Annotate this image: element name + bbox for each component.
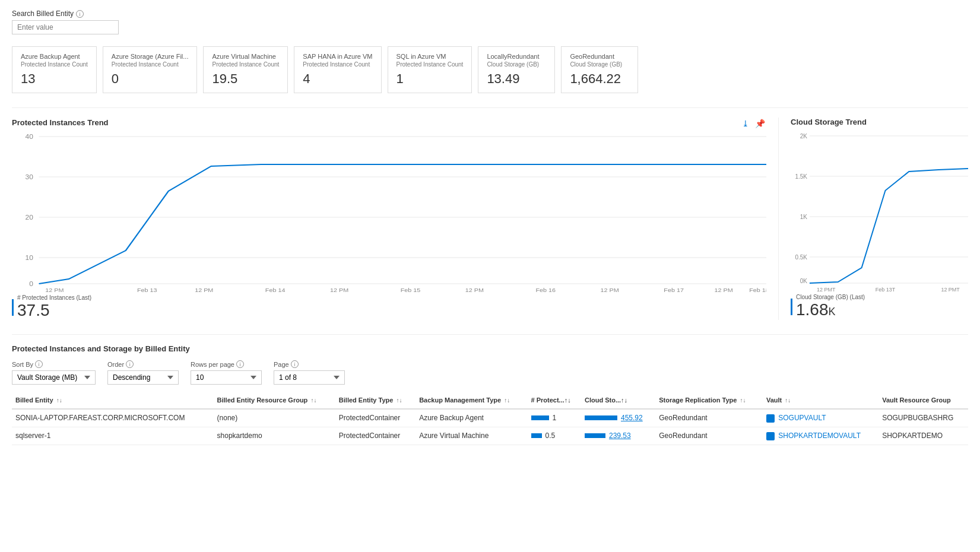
vault-icon (766, 432, 775, 440)
order-label: Order i (107, 360, 179, 368)
charts-section: Protected Instances Trend ⤓ 📌 40 30 20 1… (12, 107, 968, 320)
metric-card-3: SAP HANA in Azure VM Protected Instance … (294, 46, 381, 93)
metric-card-6: GeoRedundant Cloud Storage (GB) 1,664.22 (561, 46, 638, 93)
cloud-legend-value: 1.68K (796, 300, 865, 319)
data-table: Billed Entity ↑↓ Billed Entity Resource … (12, 392, 968, 445)
cell-vault-rg: SOGUPBUGBASHRG (878, 409, 968, 427)
col-storage-rep: Storage Replication Type ↑↓ (655, 392, 763, 409)
rows-info-icon: i (236, 360, 244, 368)
vault-link[interactable]: SOGUPVAULT (778, 414, 826, 422)
cell-protect-count: 0.5 (528, 427, 581, 445)
search-label-text: Search Billed Entity (12, 9, 74, 18)
card-subtitle-0: Protected Instance Count (21, 61, 88, 68)
rows-per-page-select[interactable]: 102550 (191, 370, 262, 385)
vault-icon (766, 414, 775, 423)
col-protect-count: # Protect...↑↓ (528, 392, 581, 409)
svg-text:12 PM: 12 PM (601, 287, 619, 292)
rows-per-page-control: Rows per page i 102550 (191, 360, 262, 385)
pin-icon-btn[interactable]: 📌 (754, 118, 766, 129)
table-header-row: Billed Entity ↑↓ Billed Entity Resource … (12, 392, 968, 409)
chart-controls: ⤓ 📌 (741, 118, 766, 129)
col-vault-rg: Vault Resource Group (878, 392, 968, 409)
search-info-icon: i (76, 10, 84, 18)
page-label: Page i (274, 360, 345, 368)
vault-link[interactable]: SHOPKARTDEMOVAULT (778, 432, 861, 440)
cell-backup-mgmt: Azure Backup Agent (416, 409, 527, 427)
cell-vault: SHOPKARTDEMOVAULT (763, 427, 878, 445)
metric-card-5: LocallyRedundant Cloud Storage (GB) 13.4… (478, 46, 555, 93)
cloud-storage-svg: 2K 1.5K 1K 0.5K 0K 12 PMT Feb 13T (791, 131, 968, 291)
metric-card-2: Azure Virtual Machine Protected Instance… (203, 46, 288, 93)
order-info-icon: i (126, 360, 134, 368)
col-billed-entity: Billed Entity ↑↓ (12, 392, 214, 409)
svg-text:12 PM: 12 PM (714, 287, 732, 292)
search-input[interactable] (12, 20, 119, 34)
cell-storage-rep: GeoRedundant (655, 427, 763, 445)
cell-entity-type: ProtectedContainer (335, 427, 416, 445)
col-vault: Vault ↑↓ (763, 392, 878, 409)
cloud-storage-chart-title: Cloud Storage Trend (791, 118, 968, 126)
svg-text:Feb 13T: Feb 13T (876, 287, 896, 291)
card-value-4: 1 (397, 71, 464, 87)
cell-backup-mgmt: Azure Virtual Machine (416, 427, 527, 445)
card-value-1: 0 (112, 71, 189, 87)
table-section: Protected Instances and Storage by Bille… (12, 334, 968, 445)
svg-text:0: 0 (29, 281, 33, 287)
protect-value: 1 (553, 414, 557, 422)
cell-entity-type: ProtectedContainer (335, 409, 416, 427)
svg-text:12 PM: 12 PM (330, 287, 348, 292)
table-controls: Sort By i Vault Storage (MB)Protected In… (12, 360, 968, 385)
card-title-5: LocallyRedundant (487, 53, 546, 60)
legend-bar (12, 299, 14, 316)
search-label: Search Billed Entity i (12, 9, 968, 18)
protect-bar (531, 415, 549, 420)
cell-billed-entity: sqlserver-1 (12, 427, 214, 445)
svg-text:Feb 14: Feb 14 (265, 287, 286, 292)
protected-instances-chart: Protected Instances Trend ⤓ 📌 40 30 20 1… (12, 118, 778, 320)
card-title-6: GeoRedundant (570, 53, 629, 60)
table-title: Protected Instances and Storage by Bille… (12, 344, 968, 353)
cell-vault-rg: SHOPKARTDEMO (878, 427, 968, 445)
cloud-value: 239.53 (609, 432, 631, 440)
svg-text:Feb 17: Feb 17 (664, 287, 684, 292)
svg-text:0.5K: 0.5K (795, 254, 807, 261)
cell-resource-group: (none) (214, 409, 335, 427)
svg-text:12 PM: 12 PM (465, 287, 484, 292)
cell-vault: SOGUPVAULT (763, 409, 878, 427)
cloud-legend-bar (791, 299, 792, 315)
col-entity-type: Billed Entity Type ↑↓ (335, 392, 416, 409)
cloud-value: 455.92 (621, 414, 643, 422)
cell-cloud-storage: 455.92 (581, 409, 655, 427)
svg-text:10: 10 (26, 255, 33, 261)
legend-label: # Protected Instances (Last) (17, 294, 91, 301)
order-select[interactable]: DescendingAscending (107, 370, 179, 385)
col-backup-mgmt: Backup Management Type ↑↓ (416, 392, 527, 409)
cloud-bar (585, 415, 617, 420)
sort-by-select[interactable]: Vault Storage (MB)Protected InstancesBil… (12, 370, 96, 385)
metric-card-4: SQL in Azure VM Protected Instance Count… (388, 46, 472, 93)
search-section: Search Billed Entity i (12, 9, 968, 34)
download-icon-btn[interactable]: ⤓ (741, 118, 750, 129)
protected-instances-chart-title: Protected Instances Trend (12, 118, 109, 127)
page-select[interactable]: 1 of 82 of 83 of 8 (274, 370, 345, 385)
svg-text:2K: 2K (800, 133, 808, 139)
page-info-icon: i (291, 360, 299, 368)
svg-text:30: 30 (26, 174, 33, 180)
cell-protect-count: 1 (528, 409, 581, 427)
cell-cloud-storage: 239.53 (581, 427, 655, 445)
card-title-4: SQL in Azure VM (397, 53, 464, 60)
card-value-5: 13.49 (487, 71, 546, 87)
cloud-storage-chart: Cloud Storage Trend 2K 1.5K 1K 0.5K 0K (778, 118, 968, 320)
sort-by-label: Sort By i (12, 360, 96, 368)
order-control: Order i DescendingAscending (107, 360, 179, 385)
protected-instances-svg: 40 30 20 10 0 12 PM Feb 13 (12, 132, 766, 292)
card-value-0: 13 (21, 71, 88, 87)
cell-billed-entity: SONIA-LAPTOP.FAREAST.CORP.MICROSOFT.COM (12, 409, 214, 427)
card-title-3: SAP HANA in Azure VM (303, 53, 372, 60)
col-cloud-storage: Cloud Sto...↑↓ (581, 392, 655, 409)
protect-value: 0.5 (545, 432, 556, 440)
svg-text:40: 40 (26, 134, 33, 140)
svg-text:12 PM: 12 PM (45, 287, 64, 292)
svg-text:0K: 0K (800, 278, 808, 284)
card-subtitle-5: Cloud Storage (GB) (487, 61, 546, 68)
